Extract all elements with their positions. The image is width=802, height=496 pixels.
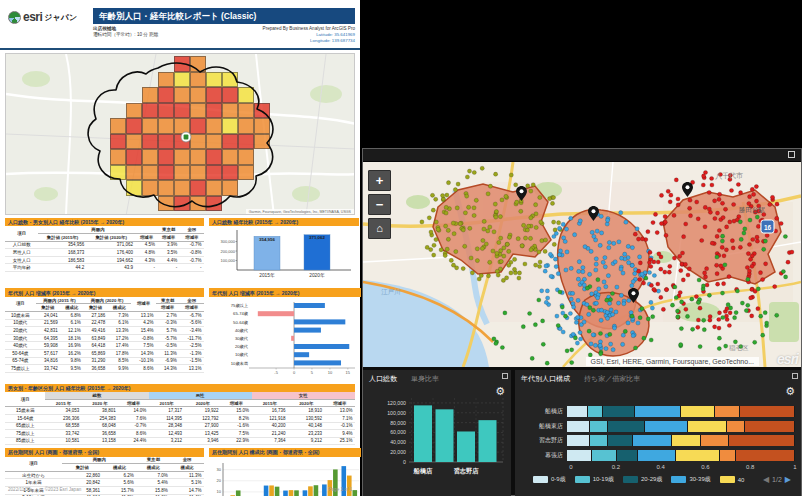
pager-prev-icon[interactable]: ◀ xyxy=(763,475,769,484)
cell-value: 3,946 xyxy=(185,437,221,445)
stack-row: 船橋東店 xyxy=(523,421,795,432)
cell-value: -0.5% xyxy=(156,342,179,350)
cell-value: 64,418 xyxy=(83,342,107,350)
cell-value: 7.0% xyxy=(136,471,170,479)
column-header: 構成比 xyxy=(103,464,137,472)
home-button[interactable]: ⌂ xyxy=(368,218,391,239)
table-row: 65歳以上68,55868,048-0.7%28,34827,900-1.6%4… xyxy=(5,422,355,430)
row-label: 65歳以上 xyxy=(5,422,45,430)
cell-value: 14.3% xyxy=(156,365,179,373)
pop-compare-svg: 100,000200,000300,000354,9562015年371,062… xyxy=(209,226,359,281)
cell-value: -10.1% xyxy=(131,357,156,365)
cell-value: 36,658 xyxy=(83,365,107,373)
cell-value: -0.7% xyxy=(180,241,204,249)
column-header: 増減率 xyxy=(179,304,204,312)
store-pin[interactable] xyxy=(588,206,599,221)
window-titlebar[interactable] xyxy=(363,149,801,162)
cell-value: 3.5% xyxy=(158,249,180,257)
report-subheader: 出店候補地 運転時間（平常時）: 10 分 距離 Prepared By Bus… xyxy=(93,26,355,43)
column-header: 構成比 xyxy=(170,464,204,472)
table-row: 65-74歳34,8169.8%31,2908.5%-10.1%-6.9%-1.… xyxy=(5,357,204,365)
esri-brand-text: esri xyxy=(23,10,42,24)
svg-text:10: 10 xyxy=(328,370,333,375)
stack-segment xyxy=(701,435,728,446)
expand-panel-icon[interactable] xyxy=(792,373,798,379)
expand-panel-icon[interactable] xyxy=(502,373,508,379)
cell-value: 13,158 xyxy=(82,437,118,445)
tab-ownership-ratio[interactable]: 持ち家／借家比率 xyxy=(584,374,640,384)
column-header: 商圏内 xyxy=(38,226,157,233)
pager-count: 1/2 xyxy=(772,476,782,483)
pager-next-icon[interactable]: ▶ xyxy=(785,475,791,484)
store-pin[interactable] xyxy=(682,182,693,197)
stack-segment xyxy=(745,421,795,432)
cell-value: 24.4% xyxy=(118,437,148,445)
panel-population-total: 人口総数 単身比率 ⚙ 020,00040,00060,00080,000100… xyxy=(363,370,511,496)
gear-icon[interactable]: ⚙ xyxy=(785,386,795,397)
restore-window-icon[interactable] xyxy=(788,151,795,158)
svg-text:65-74歳: 65-74歳 xyxy=(233,311,249,316)
store-pin[interactable] xyxy=(516,186,527,201)
column-header: 全国 xyxy=(180,226,204,233)
dashboard-map[interactable]: 八千代市勝田台駅江戸川稲毛区16 +−⌂ GSI, Esri, HERE, Ga… xyxy=(363,162,801,367)
tab-population-total[interactable]: 人口総数 xyxy=(369,374,397,384)
cell-value: 9.5% xyxy=(60,365,83,373)
cell-value: 21,240 xyxy=(252,430,288,438)
store-pin[interactable] xyxy=(628,288,639,303)
cell-value: -11.7% xyxy=(179,334,204,342)
stack-segment xyxy=(727,421,745,432)
cell-value: 16.9% xyxy=(60,342,83,350)
stack-segment xyxy=(736,450,795,461)
cell-value: -5.6% xyxy=(179,319,204,327)
column-header: 2020年 xyxy=(288,399,324,407)
tab-age-composition[interactable]: 年代別人口構成 xyxy=(521,374,570,384)
column-header: 集計値 xyxy=(83,304,107,312)
svg-text:200,000: 200,000 xyxy=(221,249,236,254)
zoom-in-button[interactable]: + xyxy=(368,170,391,191)
cell-value: 17.4% xyxy=(108,342,131,350)
column-header: 2015年 xyxy=(252,399,288,407)
cell-value: 15.4% xyxy=(131,327,156,335)
table-row: 平均年齢44.243.9--- xyxy=(5,264,204,272)
gear-icon[interactable]: ⚙ xyxy=(495,386,505,397)
svg-text:0: 0 xyxy=(293,370,296,375)
cell-value: 21,569 xyxy=(36,319,60,327)
column-header: 増減率 xyxy=(131,297,156,312)
cell-value: -0.3% xyxy=(156,319,179,327)
cell-value: 34,816 xyxy=(36,357,60,365)
cell-value: 43.9 xyxy=(87,264,136,272)
cell-value: 44.2 xyxy=(38,264,87,272)
cell-value: 33,742 xyxy=(36,365,60,373)
svg-text:10歳未満: 10歳未満 xyxy=(231,360,248,365)
svg-text:40,000: 40,000 xyxy=(390,439,406,445)
table-title: 居住期間別 人口 (商圏・都道府県・全国) xyxy=(5,448,204,456)
stack-segment xyxy=(608,421,644,432)
cell-value: 42,831 xyxy=(36,327,60,335)
column-header: 集計値 (2015年) xyxy=(38,233,87,241)
cell-value: 65,869 xyxy=(83,349,107,357)
column-header: 女性 xyxy=(252,392,355,399)
age-band-table: 項目商圏内 (2015 年)商圏内 (2020 年)増減率東京都全国集計値構成比… xyxy=(5,297,204,373)
column-header: 商圏内 (2015 年) xyxy=(36,297,84,304)
zoom-out-button[interactable]: − xyxy=(368,194,391,215)
column-header: 2020 年 xyxy=(82,399,118,407)
esri-globe-icon xyxy=(8,11,21,24)
legend-item: 0-9歳 xyxy=(533,475,566,484)
report-map[interactable]: Garmin, Foursquare, GeoTechnologies, Inc… xyxy=(5,53,355,215)
column-header: 構成比 xyxy=(136,464,170,472)
cell-value: 63,849 xyxy=(83,334,107,342)
table-age-band: 年代別 人口 増減率 (2015年 → 2020年)項目商圏内 (2015 年)… xyxy=(5,288,204,372)
pop-gender-table: 項目商圏内東京都全国集計値 (2015年)集計値 (2020年)増減率増減率増減… xyxy=(5,226,204,272)
panel-age-composition: 年代別人口構成 持ち家／借家比率 ⚙ 船橋店船橋東店習志野店幕張店00.20.4… xyxy=(515,370,801,496)
tab-single-ratio[interactable]: 単身比率 xyxy=(411,374,439,384)
table-row: 出生時から22,8606.2%7.0%11.3% xyxy=(5,471,204,479)
legend-item: 20-29歳 xyxy=(623,475,662,484)
table-row: 30歳代64,39518.1%63,84917.2%-0.8%-5.7%-11.… xyxy=(5,334,204,342)
cell-value: 49,416 xyxy=(83,327,107,335)
table-title: 年代別 人口 増減率 (2015年 → 2020年) xyxy=(5,288,204,296)
cell-value: 371,062 xyxy=(87,241,136,249)
cell-value: 8.6% xyxy=(118,430,148,438)
cell-value: 5.4% xyxy=(136,479,170,487)
svg-text:80,000: 80,000 xyxy=(390,420,406,426)
column-header: 集計値 xyxy=(62,464,102,472)
